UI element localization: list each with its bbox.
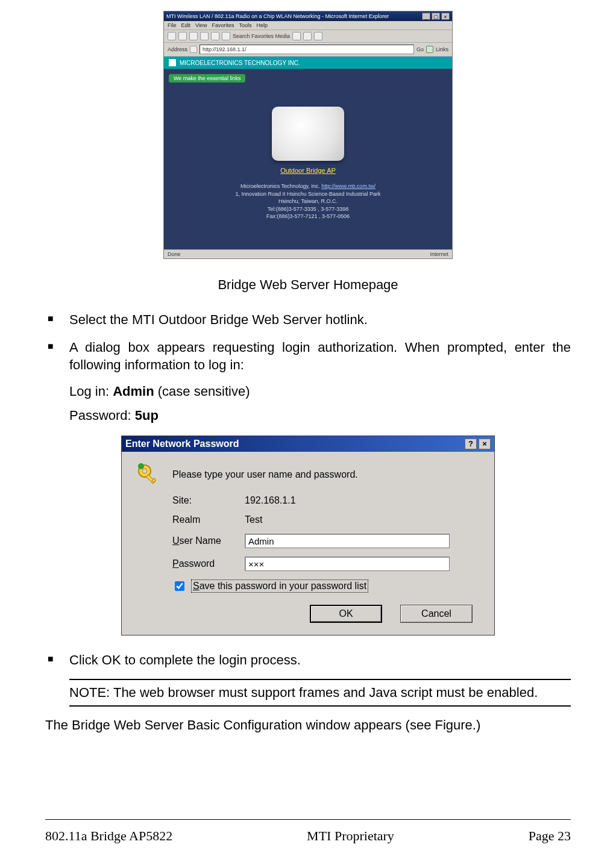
dialog-title: Enter Network Password	[125, 439, 239, 449]
logo-icon	[169, 59, 176, 66]
auth-dialog: Enter Network Password ? ×	[121, 436, 495, 635]
site-label: Site:	[172, 495, 245, 506]
key-icon	[136, 463, 160, 487]
media-icon[interactable]	[303, 32, 312, 40]
address-label: Address	[168, 46, 187, 52]
password-line: Password: 5up	[69, 408, 571, 423]
stop-icon[interactable]	[189, 32, 198, 40]
note-box: NOTE: The web browser must support frame…	[69, 679, 571, 707]
search-icon[interactable]	[222, 32, 230, 40]
address-input[interactable]: http://192.168.1.1/	[200, 45, 414, 54]
address-line: Hsinchu, Taiwan, R.O.C.	[278, 198, 338, 204]
mti-banner: MICROELECTRONICS TECHNOLOGY INC.	[164, 57, 452, 69]
menubar-item[interactable]: Favorites	[212, 22, 234, 28]
status-left: Done	[168, 251, 181, 257]
password-label: Password	[172, 558, 245, 569]
home-icon[interactable]	[211, 32, 219, 40]
instruction-list-2: Click OK to complete the login process.	[45, 651, 571, 669]
list-item: Select the MTI Outdoor Bridge Web Server…	[45, 311, 571, 329]
close-icon[interactable]: ×	[479, 439, 491, 449]
login-suffix: (case sensitive)	[154, 384, 250, 399]
status-right: Internet	[430, 251, 448, 257]
figure-caption: Bridge Web Server Homepage	[45, 277, 571, 293]
browser-viewport: MICROELECTRONICS TECHNOLOGY INC. We make…	[164, 57, 452, 249]
page-footer: 802.11a Bridge AP5822 MTI Proprietary Pa…	[45, 819, 571, 844]
realm-label: Realm	[172, 514, 245, 525]
menubar-item[interactable]: File	[168, 22, 177, 28]
save-password-checkbox[interactable]	[175, 581, 184, 591]
browser-toolbar: Search Favorites Media	[164, 30, 452, 43]
outdoor-bridge-link[interactable]: Outdoor Bridge AP	[164, 167, 452, 174]
menubar-item[interactable]: View	[195, 22, 207, 28]
status-bar: Done Internet	[164, 249, 452, 258]
links-label[interactable]: Links	[436, 46, 448, 52]
help-icon[interactable]: ?	[465, 439, 477, 449]
menubar-item[interactable]: Help	[256, 22, 268, 28]
address-bar-row: Address http://192.168.1.1/ Go Links	[164, 43, 452, 57]
dialog-titlebar: Enter Network Password ? ×	[122, 436, 494, 452]
titlebar-controls: _ ▢ ×	[422, 13, 450, 20]
trailing-paragraph: The Bridge Web Server Basic Configuratio…	[45, 717, 571, 733]
refresh-icon[interactable]	[200, 32, 209, 40]
username-input[interactable]	[245, 534, 450, 548]
banner-text: MICROELECTRONICS TECHNOLOGY INC.	[180, 60, 300, 66]
menubar-item[interactable]: Tools	[239, 22, 251, 28]
password-prefix: Password:	[69, 408, 135, 423]
login-value: Admin	[113, 384, 154, 399]
minimize-icon[interactable]: _	[422, 13, 430, 20]
username-label: User Name	[172, 535, 245, 546]
maximize-icon[interactable]: ▢	[432, 13, 440, 20]
dialog-form: Site: 192.168.1.1 Realm Test User Name P…	[172, 495, 480, 623]
slogan: We make the essential links	[169, 74, 245, 83]
history-icon[interactable]	[314, 32, 322, 40]
instruction-list: Select the MTI Outdoor Bridge Web Server…	[45, 311, 571, 374]
fax-line: Fax:(886)3-577-7121 , 3-577-0506	[266, 213, 350, 219]
tel-line: Tel:(886)3-577-3335 , 3-577-3398	[268, 206, 349, 212]
svg-point-1	[142, 469, 147, 473]
ok-button[interactable]: OK	[310, 605, 382, 623]
cancel-button[interactable]: Cancel	[400, 605, 473, 623]
company-address: Microelectronics Technology, Inc. http:/…	[164, 183, 452, 220]
go-label[interactable]: Go	[416, 46, 424, 52]
password-input[interactable]	[245, 557, 450, 571]
save-password-label[interactable]: Save this password in your password list	[191, 579, 368, 593]
back-icon[interactable]	[168, 32, 176, 40]
page: MTI Wireless LAN / 802.11a Radio on a Ch…	[0, 0, 616, 868]
list-item: A dialog box appears requesting login au…	[45, 339, 571, 374]
browser-title: MTI Wireless LAN / 802.11a Radio on a Ch…	[166, 13, 389, 19]
footer-right: Page 23	[529, 828, 571, 844]
browser-screenshot: MTI Wireless LAN / 802.11a Radio on a Ch…	[163, 11, 453, 259]
browser-menubar: File Edit View Favorites Tools Help	[164, 21, 452, 30]
footer-left: 802.11a Bridge AP5822	[45, 828, 172, 844]
company-name: Microelectronics Technology, Inc.	[240, 183, 320, 189]
footer-center: MTI Proprietary	[307, 828, 394, 844]
go-icon[interactable]	[426, 46, 433, 53]
dialog-prompt: Please type your user name and password.	[172, 469, 358, 480]
login-line: Log in: Admin (case sensitive)	[69, 384, 571, 399]
page-icon	[190, 46, 197, 53]
site-value: 192.168.1.1	[245, 495, 296, 506]
list-item: Click OK to complete the login process.	[45, 651, 571, 669]
browser-titlebar: MTI Wireless LAN / 802.11a Radio on a Ch…	[164, 11, 452, 21]
login-prefix: Log in:	[69, 384, 113, 399]
realm-value: Test	[245, 514, 262, 525]
dialog-screenshot: Enter Network Password ? ×	[121, 436, 495, 635]
favorites-icon[interactable]	[292, 32, 301, 40]
menubar-item[interactable]: Edit	[181, 22, 191, 28]
toolbar-text: Search Favorites Media	[233, 33, 290, 39]
dialog-body: Please type your user name and password.…	[122, 452, 494, 635]
password-value: 5up	[135, 408, 159, 423]
company-url[interactable]: http://www.mti.com.tw/	[321, 183, 376, 189]
device-image	[272, 107, 344, 161]
forward-icon[interactable]	[178, 32, 187, 40]
close-icon[interactable]: ×	[441, 13, 450, 20]
address-line: 1, Innovation Road II Hsinchu Science-Ba…	[235, 191, 380, 197]
